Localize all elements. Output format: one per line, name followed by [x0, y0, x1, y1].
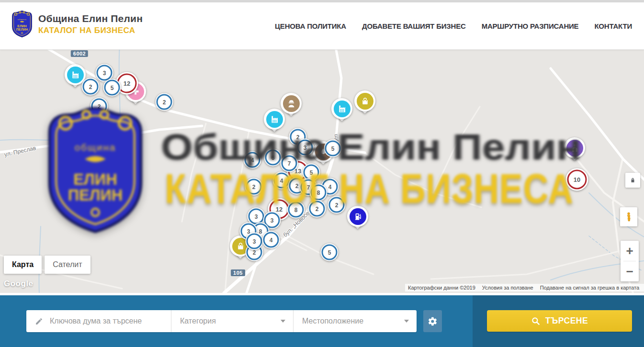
keyword-segment: [26, 310, 171, 332]
cluster-marker[interactable]: 5: [321, 244, 339, 261]
search-bar: Категория Местоположение ТЪРСЕНЕ: [0, 295, 644, 347]
worker-pin[interactable]: [281, 93, 302, 114]
cluster-marker[interactable]: 2: [245, 178, 263, 196]
cluster-count: 4: [245, 152, 260, 168]
google-logo[interactable]: Google: [4, 279, 34, 289]
cluster-count: 8: [311, 185, 327, 201]
attribution-data: Картографски данни ©2019: [408, 285, 475, 291]
svg-text:ЕЛИН: ЕЛИН: [17, 24, 26, 28]
location-select[interactable]: Местоположение: [293, 310, 417, 332]
map-type-satellite-button[interactable]: Сателит: [45, 256, 90, 274]
cluster-marker[interactable]: 4: [244, 151, 261, 169]
main-nav: ЦЕНОВА ПОЛИТИКА ДОБАВЕТЕ ВАШИЯТ БИЗНЕС М…: [275, 2, 632, 49]
cluster-marker[interactable]: 2: [308, 200, 326, 218]
factory-pin[interactable]: [331, 98, 352, 119]
search-icon: [531, 316, 541, 326]
cluster-count: 2: [157, 94, 172, 110]
cluster-count: 5: [104, 80, 120, 96]
cluster-count: 5: [322, 245, 338, 260]
category-select[interactable]: Категория: [171, 310, 293, 332]
cluster-marker[interactable]: 5: [324, 140, 342, 157]
page: община ЕЛИН ПЕЛИН Община Елин Пелин КАТА…: [0, 0, 644, 347]
cluster-count: 2: [246, 179, 262, 195]
shopping-bag-pin[interactable]: [354, 90, 375, 112]
cluster-marker[interactable]: 2: [82, 78, 100, 96]
municipality-logo-icon: община ЕЛИН ПЕЛИН: [11, 10, 34, 38]
keyword-input[interactable]: [49, 316, 166, 326]
cluster-count: 5: [304, 165, 319, 180]
pin-disc: [331, 98, 352, 119]
cluster-count: 2: [91, 99, 107, 114]
svg-text:община: община: [18, 18, 26, 21]
cluster-marker[interactable]: 2: [90, 98, 108, 115]
cluster-count: 3: [97, 65, 113, 81]
nav-route-schedule[interactable]: МАРШРУТНО РАЗПИСАНИЕ: [482, 22, 579, 30]
map-type-control: Карта Сателит: [4, 256, 90, 274]
cluster-count: 2: [329, 197, 345, 213]
cluster-count: 6: [265, 150, 281, 166]
cluster-marker[interactable]: 4: [262, 231, 280, 249]
factory-icon: [334, 101, 350, 117]
gear-icon: [428, 316, 438, 326]
nav-contacts[interactable]: КОНТАКТИ: [594, 22, 632, 30]
cluster-marker[interactable]: 2: [156, 93, 173, 111]
pegman-icon: [623, 212, 634, 222]
cluster-marker[interactable]: 6: [264, 149, 282, 167]
zoom-control: + −: [621, 241, 639, 281]
attribution-report-link[interactable]: Подаване на сигнал за грешка в картата: [540, 285, 639, 291]
search-button-label: ТЪРСЕНЕ: [545, 316, 588, 326]
search-button[interactable]: ТЪРСЕНЕ: [487, 310, 632, 332]
fuel-station-pin[interactable]: [347, 206, 368, 227]
map-markers: 1232522235461375427482128223383234510: [0, 49, 644, 293]
cluster-marker[interactable]: 8: [310, 184, 328, 201]
street-view-pegman[interactable]: [620, 207, 637, 226]
cluster-marker[interactable]: 10: [566, 168, 588, 191]
shopping-bag-icon: [357, 93, 373, 110]
cluster-marker[interactable]: 8: [287, 201, 305, 219]
zoom-in-button[interactable]: +: [621, 241, 639, 261]
map-attribution: Картографски данни ©2019Условия за ползв…: [405, 284, 644, 291]
map-type-map-button[interactable]: Карта: [4, 256, 42, 274]
cluster-count: 2: [309, 201, 325, 217]
cluster-marker[interactable]: 3: [246, 233, 263, 250]
cluster-count: 3: [249, 209, 264, 224]
cluster-count: 5: [325, 141, 341, 157]
nav-add-your-business[interactable]: ДОБАВЕТЕ ВАШИЯТ БИЗНЕС: [362, 22, 466, 30]
attribution-terms-link[interactable]: Условия за ползване: [482, 285, 533, 291]
settings-button[interactable]: [423, 310, 442, 332]
nav-pricing-policy[interactable]: ЦЕНОВА ПОЛИТИКА: [275, 22, 346, 30]
zoom-out-button[interactable]: −: [621, 261, 639, 281]
cluster-count: 3: [247, 234, 262, 249]
cluster-count: 7: [282, 156, 297, 171]
svg-text:ПЕЛИН: ПЕЛИН: [16, 28, 28, 31]
lock-icon: [629, 177, 636, 184]
lock-button[interactable]: [625, 173, 640, 188]
cluster-marker[interactable]: 2: [328, 196, 346, 214]
cluster-marker[interactable]: 5: [103, 79, 121, 97]
pencil-icon: [35, 317, 43, 325]
chevron-down-icon: [281, 320, 285, 323]
brand[interactable]: община ЕЛИН ПЕЛИН Община Елин Пелин КАТА…: [11, 10, 143, 38]
church-icon: [566, 140, 583, 157]
cluster-count: 2: [83, 79, 99, 95]
pin-disc: [347, 206, 368, 227]
location-value: Местоположение: [302, 317, 363, 325]
pin-disc: [354, 90, 375, 112]
cluster-marker[interactable]: 7: [281, 155, 298, 172]
pin-disc: [281, 93, 302, 114]
church-pin[interactable]: [564, 137, 585, 158]
cluster-count: 4: [274, 173, 290, 189]
search-field-group: Категория Местоположение: [26, 310, 417, 332]
cluster-count: 4: [263, 232, 279, 248]
pin-disc: [564, 137, 585, 158]
factory-icon: [67, 67, 84, 83]
header: община ЕЛИН ПЕЛИН Община Елин Пелин КАТА…: [0, 2, 644, 50]
site-title: Община Елин Пелин: [38, 13, 143, 24]
map-canvas[interactable]: 6002105ул. Преславбул. „Новоселщи 123252…: [0, 49, 644, 293]
category-value: Категория: [180, 317, 216, 325]
worker-icon: [283, 95, 300, 112]
chevron-down-icon: [404, 320, 409, 323]
cluster-count: 10: [567, 170, 587, 190]
cluster-marker[interactable]: 3: [296, 139, 314, 157]
fuel-station-icon: [350, 208, 366, 225]
